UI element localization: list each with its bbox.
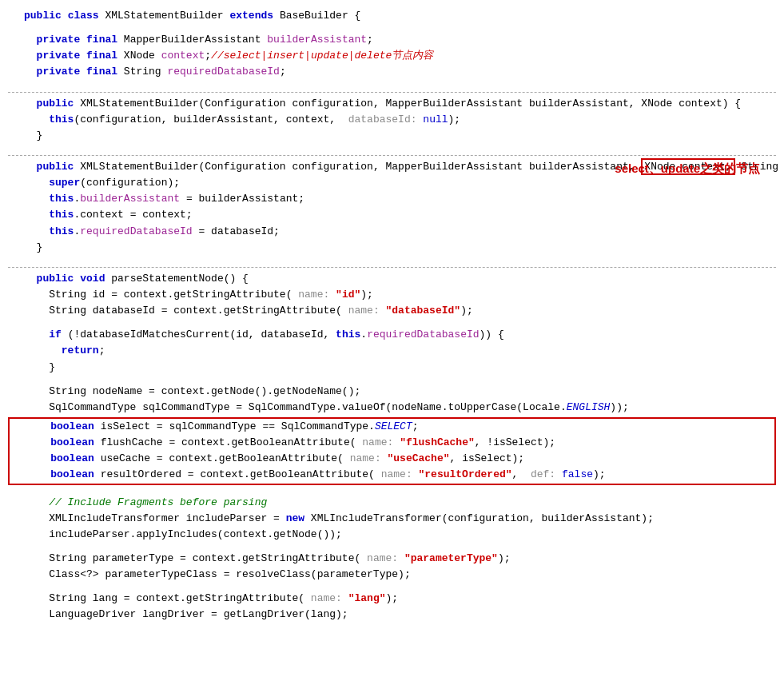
line-psn-if-close: } (8, 360, 776, 376)
line-param-class: Class<?> parameterTypeClass = resolveCla… (8, 567, 776, 583)
line-field1: private final MapperBuilderAssistant bui… (8, 32, 776, 48)
line-ctor1-decl: public XMLStatementBuilder(Configuration… (8, 96, 776, 112)
line-isSelect: boolean isSelect = sqlCommandType == Sql… (10, 419, 774, 435)
line-ctor1-body: this(configuration, builderAssistant, co… (8, 112, 776, 128)
line-ctor2-ctx: this.context = context; (8, 207, 776, 223)
line-psn-dbid: String databaseId = context.getStringAtt… (8, 303, 776, 319)
code-container: public class XMLStatementBuilder extends… (0, 8, 784, 623)
line-lang: String lang = context.getStringAttribute… (8, 591, 776, 607)
line-param-type: String parameterType = context.getString… (8, 551, 776, 567)
line-resultOrdered: boolean resultOrdered = context.getBoole… (10, 467, 774, 483)
line-psn-id: String id = context.getStringAttribute( … (8, 287, 776, 303)
line-field3: private final String requiredDatabaseId; (8, 64, 776, 80)
line-psn-decl: public void parseStatementNode() { (8, 271, 776, 287)
line-ctor1-close: } (8, 128, 776, 144)
line-psn-sqlcmd: SqlCommandType sqlCommandType = SqlComma… (8, 400, 776, 416)
annotation-select-update: select、update之类的节点 (615, 159, 760, 177)
line-psn-if: if (!databaseIdMatchesCurrent(id, databa… (8, 327, 776, 343)
line-ctor2-ba: this.builderAssistant = builderAssistant… (8, 191, 776, 207)
line-comment-include: // Include Fragments before parsing (8, 495, 776, 511)
line-xml-include: XMLIncludeTransformer includeParser = ne… (8, 511, 776, 527)
line-field2: private final XNode context;//select|ins… (8, 48, 776, 64)
line-class-decl: public class XMLStatementBuilder extends… (8, 8, 776, 24)
line-lang-driver: LanguageDriver langDriver = getLangDrive… (8, 607, 776, 623)
ctor2-section: public XMLStatementBuilder(Configuration… (8, 159, 776, 175)
line-psn-return: return; (8, 343, 776, 359)
line-psn-nodename: String nodeName = context.getNode().getN… (8, 384, 776, 400)
line-flushCache: boolean flushCache = context.getBooleanA… (10, 435, 774, 451)
line-useCache: boolean useCache = context.getBooleanAtt… (10, 451, 774, 467)
line-ctor2-rdb: this.requiredDatabaseId = databaseId; (8, 224, 776, 240)
highlighted-boolean-block: boolean isSelect = sqlCommandType == Sql… (8, 417, 776, 485)
line-ctor2-close: } (8, 240, 776, 256)
line-apply-includes: includeParser.applyIncludes(context.getN… (8, 527, 776, 543)
